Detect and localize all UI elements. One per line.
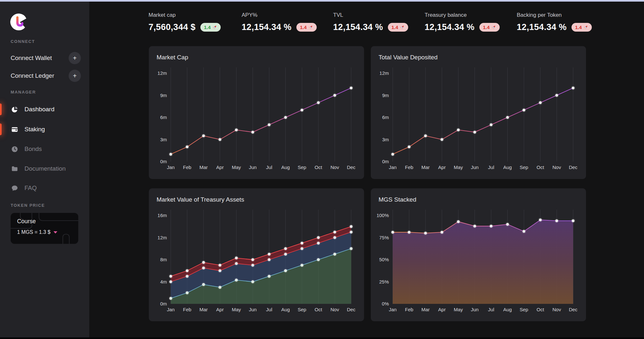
svg-text:Dec: Dec (569, 307, 578, 312)
plus-icon[interactable]: + (69, 52, 81, 64)
svg-text:Jan: Jan (167, 165, 175, 170)
svg-text:12m: 12m (158, 235, 167, 240)
course-dropdown[interactable]: 1 MGS = 1.3 $ (17, 229, 57, 235)
svg-text:Aug: Aug (281, 307, 290, 312)
svg-text:0%: 0% (382, 301, 389, 306)
svg-text:Feb: Feb (183, 165, 191, 170)
svg-text:Oct: Oct (315, 307, 322, 312)
manager-section-label: MANAGER (11, 90, 36, 95)
app-logo-icon[interactable] (10, 14, 27, 30)
svg-text:Feb: Feb (405, 307, 413, 312)
mgs-stacked-chart: 0%25%50%75%100%JanFebMarAprMayJunJulAugS… (371, 188, 586, 321)
svg-text:Mar: Mar (199, 307, 208, 312)
svg-text:6m: 6m (160, 115, 167, 120)
chart-card-mgs-stacked: MGS Stacked 0%25%50%75%100%JanFebMarAprM… (371, 188, 586, 321)
badge-value: 1.4 (575, 25, 582, 30)
stat-value: 12,154.34 % (242, 22, 292, 32)
stat-tvl: TVL 12,154.34 % 1.4 (333, 12, 408, 32)
rocket-icon (212, 25, 217, 30)
status-badge: 1.4 (200, 23, 221, 32)
svg-text:Oct: Oct (315, 165, 322, 170)
badge-value: 1.4 (204, 25, 211, 30)
stat-label: Treasury balance (425, 12, 500, 18)
treasury-assets-chart: 0m4m8m12m16mJanFebMarAprMayJunJulAugSepO… (149, 188, 364, 321)
plus-icon[interactable]: + (69, 70, 81, 82)
svg-text:4m: 4m (160, 279, 167, 284)
svg-text:12m: 12m (380, 70, 389, 76)
sidebar: CONNECT Connect Wallet + Connect Ledger … (0, 2, 89, 337)
chevron-down-icon (53, 231, 57, 234)
svg-text:Jul: Jul (266, 165, 272, 170)
svg-text:Mar: Mar (421, 165, 430, 170)
svg-text:Aug: Aug (503, 307, 512, 312)
stat-backing-per-token: Backing per Token 12,154.34 % 1.4 (517, 12, 592, 32)
token-price-card: Course 1 MGS = 1.3 $ (11, 213, 78, 244)
sidebar-item-faq[interactable]: FAQ (0, 181, 89, 195)
svg-text:75%: 75% (379, 235, 389, 240)
rocket-icon (491, 25, 496, 30)
svg-text:Jun: Jun (471, 165, 478, 170)
active-indicator (0, 104, 2, 115)
sidebar-item-documentation[interactable]: Documentation (0, 162, 89, 175)
svg-text:0m: 0m (160, 159, 167, 164)
svg-text:50%: 50% (379, 257, 389, 262)
svg-text:0m: 0m (160, 301, 167, 306)
active-indicator (0, 124, 2, 135)
status-badge: 1.4 (296, 23, 317, 32)
status-badge: 1.4 (572, 23, 592, 32)
stat-market-cap: Market cap 7,560,344 $ 1.4 (149, 12, 221, 32)
sidebar-item-staking[interactable]: Staking (0, 123, 89, 136)
svg-text:Jun: Jun (249, 307, 256, 312)
stat-value: 12,154.34 % (425, 22, 475, 32)
connect-section-label: CONNECT (11, 39, 35, 44)
bottom-edge (0, 337, 644, 339)
svg-text:Nov: Nov (553, 165, 561, 170)
svg-text:0m: 0m (382, 159, 389, 164)
course-title: Course (17, 218, 36, 225)
badge-value: 1.4 (483, 25, 490, 30)
svg-text:Aug: Aug (503, 165, 512, 170)
svg-text:Oct: Oct (537, 165, 544, 170)
svg-text:3m: 3m (382, 137, 389, 142)
svg-text:Sep: Sep (298, 165, 306, 170)
svg-text:Jan: Jan (389, 165, 397, 170)
svg-text:Jan: Jan (389, 307, 397, 312)
svg-text:9m: 9m (160, 93, 167, 98)
svg-text:Oct: Oct (537, 307, 544, 312)
svg-text:Aug: Aug (281, 165, 290, 170)
svg-text:8m: 8m (160, 257, 167, 262)
connect-wallet-button[interactable]: Connect Wallet + (11, 52, 81, 65)
svg-text:9m: 9m (382, 93, 389, 98)
svg-text:May: May (232, 307, 241, 312)
svg-text:Apr: Apr (216, 307, 224, 312)
svg-text:Mar: Mar (199, 165, 208, 170)
chart-card-total-value-deposited: Total Value Deposited 0m3m6m9m12mJanFebM… (371, 46, 586, 179)
badge-value: 1.4 (300, 25, 307, 30)
market-cap-chart: 0m3m6m9m12mJanFebMarAprMayJunJulAugSepOc… (149, 46, 364, 179)
svg-text:Jul: Jul (488, 307, 494, 312)
svg-text:Sep: Sep (520, 307, 528, 312)
svg-text:6m: 6m (382, 115, 389, 120)
stat-value: 7,560,344 $ (149, 22, 196, 32)
svg-text:Sep: Sep (520, 165, 528, 170)
chart-title: Market Value of Treasury Assets (157, 196, 244, 203)
svg-text:100%: 100% (377, 213, 389, 218)
svg-text:Dec: Dec (569, 165, 578, 170)
connect-ledger-button[interactable]: Connect Ledger + (11, 69, 81, 82)
badge-value: 1.4 (391, 25, 398, 30)
map-lines-decoration (11, 213, 78, 244)
total-value-deposited-chart: 0m3m6m9m12mJanFebMarAprMayJunJulAugSepOc… (371, 46, 586, 179)
svg-text:Jun: Jun (471, 307, 478, 312)
sidebar-item-dashboard[interactable]: Dashboard (0, 103, 89, 116)
stat-value: 12,154.34 % (517, 22, 567, 32)
svg-text:May: May (454, 165, 463, 170)
svg-text:Dec: Dec (347, 165, 356, 170)
sidebar-item-bonds[interactable]: Bonds (0, 142, 89, 156)
svg-text:Nov: Nov (331, 307, 339, 312)
svg-text:Jul: Jul (266, 307, 272, 312)
svg-text:Jul: Jul (488, 165, 494, 170)
status-badge: 1.4 (479, 23, 500, 32)
stat-label: APY% (242, 12, 317, 18)
stat-label: Backing per Token (517, 12, 592, 18)
top-scrollbar[interactable] (0, 0, 644, 2)
